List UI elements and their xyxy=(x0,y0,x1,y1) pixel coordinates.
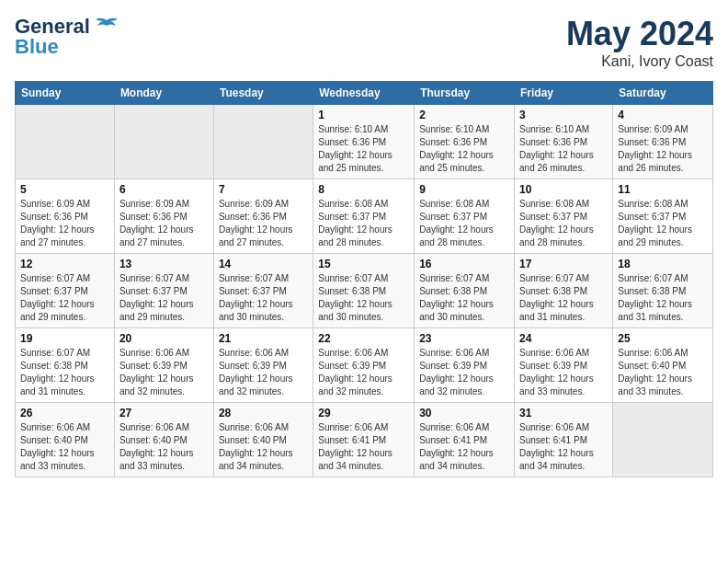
calendar-week-row: 1Sunrise: 6:10 AMSunset: 6:36 PMDaylight… xyxy=(16,105,713,179)
day-number: 28 xyxy=(219,407,308,419)
calendar-week-row: 19Sunrise: 6:07 AMSunset: 6:38 PMDayligh… xyxy=(16,328,713,403)
day-info: Sunrise: 6:10 AMSunset: 6:36 PMDaylight:… xyxy=(318,123,409,175)
day-info: Sunrise: 6:06 AMSunset: 6:40 PMDaylight:… xyxy=(20,421,109,473)
calendar-cell: 29Sunrise: 6:06 AMSunset: 6:41 PMDayligh… xyxy=(313,403,415,477)
logo: General Blue xyxy=(15,15,119,59)
day-info: Sunrise: 6:06 AMSunset: 6:41 PMDaylight:… xyxy=(519,421,608,473)
calendar-cell: 6Sunrise: 6:09 AMSunset: 6:36 PMDaylight… xyxy=(114,179,213,254)
column-header-tuesday: Tuesday xyxy=(213,82,313,105)
calendar-cell: 18Sunrise: 6:07 AMSunset: 6:38 PMDayligh… xyxy=(613,254,713,328)
day-info: Sunrise: 6:10 AMSunset: 6:36 PMDaylight:… xyxy=(419,123,509,175)
calendar-cell: 28Sunrise: 6:06 AMSunset: 6:40 PMDayligh… xyxy=(213,403,313,477)
day-info: Sunrise: 6:06 AMSunset: 6:39 PMDaylight:… xyxy=(318,347,409,398)
calendar-subtitle: Kani, Ivory Coast xyxy=(566,53,713,70)
day-info: Sunrise: 6:06 AMSunset: 6:40 PMDaylight:… xyxy=(618,347,708,398)
day-info: Sunrise: 6:09 AMSunset: 6:36 PMDaylight:… xyxy=(618,123,708,175)
day-number: 31 xyxy=(519,407,608,419)
day-info: Sunrise: 6:06 AMSunset: 6:40 PMDaylight:… xyxy=(219,421,308,473)
day-info: Sunrise: 6:07 AMSunset: 6:37 PMDaylight:… xyxy=(119,272,209,324)
column-header-monday: Monday xyxy=(114,82,213,105)
calendar-cell: 1Sunrise: 6:10 AMSunset: 6:36 PMDaylight… xyxy=(313,105,415,179)
day-info: Sunrise: 6:06 AMSunset: 6:39 PMDaylight:… xyxy=(519,347,608,398)
day-number: 6 xyxy=(119,183,209,196)
day-number: 12 xyxy=(20,258,109,270)
day-info: Sunrise: 6:08 AMSunset: 6:37 PMDaylight:… xyxy=(618,198,708,249)
title-block: May 2024 Kani, Ivory Coast xyxy=(566,15,713,70)
day-number: 26 xyxy=(20,407,109,419)
day-number: 29 xyxy=(318,407,409,419)
day-number: 16 xyxy=(419,258,509,270)
calendar-cell: 19Sunrise: 6:07 AMSunset: 6:38 PMDayligh… xyxy=(16,328,115,403)
calendar-cell: 17Sunrise: 6:07 AMSunset: 6:38 PMDayligh… xyxy=(515,254,613,328)
day-number: 19 xyxy=(20,332,109,345)
day-number: 27 xyxy=(119,407,209,419)
day-info: Sunrise: 6:06 AMSunset: 6:39 PMDaylight:… xyxy=(419,347,509,398)
day-info: Sunrise: 6:08 AMSunset: 6:37 PMDaylight:… xyxy=(519,198,608,249)
calendar-week-row: 26Sunrise: 6:06 AMSunset: 6:40 PMDayligh… xyxy=(16,403,713,477)
day-info: Sunrise: 6:09 AMSunset: 6:36 PMDaylight:… xyxy=(119,198,209,249)
day-number: 18 xyxy=(618,258,708,270)
day-number: 23 xyxy=(419,332,509,345)
calendar-cell xyxy=(114,105,213,179)
column-header-saturday: Saturday xyxy=(613,82,713,105)
day-number: 7 xyxy=(219,183,308,196)
day-info: Sunrise: 6:08 AMSunset: 6:37 PMDaylight:… xyxy=(318,198,409,249)
day-number: 17 xyxy=(519,258,608,270)
calendar-cell: 20Sunrise: 6:06 AMSunset: 6:39 PMDayligh… xyxy=(114,328,213,403)
calendar-cell xyxy=(16,105,115,179)
day-number: 10 xyxy=(519,183,608,196)
column-header-friday: Friday xyxy=(515,82,613,105)
calendar-cell: 5Sunrise: 6:09 AMSunset: 6:36 PMDaylight… xyxy=(16,179,115,254)
calendar-week-row: 12Sunrise: 6:07 AMSunset: 6:37 PMDayligh… xyxy=(16,254,713,328)
day-number: 30 xyxy=(419,407,509,419)
logo-bird-icon xyxy=(94,17,119,37)
day-number: 1 xyxy=(318,109,409,121)
calendar-cell: 10Sunrise: 6:08 AMSunset: 6:37 PMDayligh… xyxy=(515,179,613,254)
calendar-cell: 4Sunrise: 6:09 AMSunset: 6:36 PMDaylight… xyxy=(613,105,713,179)
calendar-cell: 27Sunrise: 6:06 AMSunset: 6:40 PMDayligh… xyxy=(114,403,213,477)
calendar-cell: 16Sunrise: 6:07 AMSunset: 6:38 PMDayligh… xyxy=(415,254,515,328)
day-info: Sunrise: 6:08 AMSunset: 6:37 PMDaylight:… xyxy=(419,198,509,249)
day-info: Sunrise: 6:06 AMSunset: 6:41 PMDaylight:… xyxy=(318,421,409,473)
column-header-wednesday: Wednesday xyxy=(313,82,415,105)
day-info: Sunrise: 6:10 AMSunset: 6:36 PMDaylight:… xyxy=(519,123,608,175)
day-number: 20 xyxy=(119,332,209,345)
day-number: 25 xyxy=(618,332,708,345)
calendar-header-row: SundayMondayTuesdayWednesdayThursdayFrid… xyxy=(16,82,713,105)
day-number: 15 xyxy=(318,258,409,270)
calendar-cell: 30Sunrise: 6:06 AMSunset: 6:41 PMDayligh… xyxy=(415,403,515,477)
calendar-cell: 25Sunrise: 6:06 AMSunset: 6:40 PMDayligh… xyxy=(613,328,713,403)
day-number: 9 xyxy=(419,183,509,196)
day-number: 3 xyxy=(519,109,608,121)
day-info: Sunrise: 6:07 AMSunset: 6:38 PMDaylight:… xyxy=(318,272,409,324)
day-number: 13 xyxy=(119,258,209,270)
day-info: Sunrise: 6:07 AMSunset: 6:38 PMDaylight:… xyxy=(618,272,708,324)
logo-blue: Blue xyxy=(15,35,59,59)
calendar-cell: 24Sunrise: 6:06 AMSunset: 6:39 PMDayligh… xyxy=(515,328,613,403)
calendar-week-row: 5Sunrise: 6:09 AMSunset: 6:36 PMDaylight… xyxy=(16,179,713,254)
column-header-thursday: Thursday xyxy=(415,82,515,105)
day-info: Sunrise: 6:07 AMSunset: 6:37 PMDaylight:… xyxy=(219,272,308,324)
day-number: 5 xyxy=(20,183,109,196)
calendar-cell: 21Sunrise: 6:06 AMSunset: 6:39 PMDayligh… xyxy=(213,328,313,403)
day-number: 4 xyxy=(618,109,708,121)
day-number: 24 xyxy=(519,332,608,345)
day-info: Sunrise: 6:09 AMSunset: 6:36 PMDaylight:… xyxy=(20,198,109,249)
day-number: 11 xyxy=(618,183,708,196)
calendar-cell: 15Sunrise: 6:07 AMSunset: 6:38 PMDayligh… xyxy=(313,254,415,328)
calendar-cell: 7Sunrise: 6:09 AMSunset: 6:36 PMDaylight… xyxy=(213,179,313,254)
day-info: Sunrise: 6:07 AMSunset: 6:38 PMDaylight:… xyxy=(419,272,509,324)
calendar-cell: 3Sunrise: 6:10 AMSunset: 6:36 PMDaylight… xyxy=(515,105,613,179)
calendar-cell: 2Sunrise: 6:10 AMSunset: 6:36 PMDaylight… xyxy=(415,105,515,179)
calendar-cell: 11Sunrise: 6:08 AMSunset: 6:37 PMDayligh… xyxy=(613,179,713,254)
calendar-cell: 9Sunrise: 6:08 AMSunset: 6:37 PMDaylight… xyxy=(415,179,515,254)
calendar-table: SundayMondayTuesdayWednesdayThursdayFrid… xyxy=(15,81,713,477)
day-info: Sunrise: 6:06 AMSunset: 6:39 PMDaylight:… xyxy=(119,347,209,398)
day-info: Sunrise: 6:06 AMSunset: 6:41 PMDaylight:… xyxy=(419,421,509,473)
day-info: Sunrise: 6:06 AMSunset: 6:39 PMDaylight:… xyxy=(219,347,308,398)
calendar-cell: 8Sunrise: 6:08 AMSunset: 6:37 PMDaylight… xyxy=(313,179,415,254)
column-header-sunday: Sunday xyxy=(16,82,115,105)
calendar-cell xyxy=(213,105,313,179)
calendar-cell: 22Sunrise: 6:06 AMSunset: 6:39 PMDayligh… xyxy=(313,328,415,403)
calendar-cell: 14Sunrise: 6:07 AMSunset: 6:37 PMDayligh… xyxy=(213,254,313,328)
